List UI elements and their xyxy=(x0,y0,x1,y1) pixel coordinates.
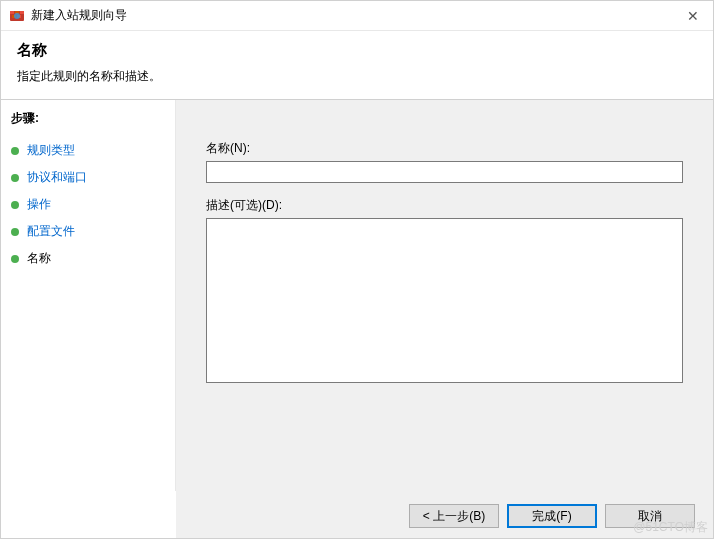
bullet-icon xyxy=(11,255,19,263)
steps-heading: 步骤: xyxy=(11,110,165,127)
name-label: 名称(N): xyxy=(206,140,683,157)
content-panel: 名称(N): 描述(可选)(D): xyxy=(176,100,713,491)
step-name[interactable]: 名称 xyxy=(11,245,165,272)
step-label: 操作 xyxy=(27,196,51,213)
description-input[interactable] xyxy=(206,218,683,383)
description-row: 描述(可选)(D): xyxy=(206,197,683,386)
bullet-icon xyxy=(11,174,19,182)
name-input[interactable] xyxy=(206,161,683,183)
main-area: 步骤: 规则类型 协议和端口 操作 配置文件 名称 名称(N): 描述(可选)(… xyxy=(1,99,713,491)
step-action[interactable]: 操作 xyxy=(11,191,165,218)
firewall-icon xyxy=(9,8,25,24)
window-title: 新建入站规则向导 xyxy=(31,7,127,24)
close-icon[interactable]: ✕ xyxy=(683,6,703,26)
finish-button[interactable]: 完成(F) xyxy=(507,504,597,528)
bullet-icon xyxy=(11,147,19,155)
svg-point-6 xyxy=(14,13,20,19)
step-protocol-port[interactable]: 协议和端口 xyxy=(11,164,165,191)
bullet-icon xyxy=(11,228,19,236)
step-rule-type[interactable]: 规则类型 xyxy=(11,137,165,164)
step-label: 规则类型 xyxy=(27,142,75,159)
page-title: 名称 xyxy=(17,41,697,60)
footer-spacer xyxy=(1,491,176,539)
back-button[interactable]: < 上一步(B) xyxy=(409,504,499,528)
footer-buttons: < 上一步(B) 完成(F) 取消 @51CTO博客 xyxy=(176,491,713,539)
bullet-icon xyxy=(11,201,19,209)
step-label: 名称 xyxy=(27,250,51,267)
svg-rect-3 xyxy=(20,11,24,14)
cancel-button[interactable]: 取消 xyxy=(605,504,695,528)
description-label: 描述(可选)(D): xyxy=(206,197,683,214)
step-label: 配置文件 xyxy=(27,223,75,240)
name-row: 名称(N): xyxy=(206,140,683,183)
wizard-header: 名称 指定此规则的名称和描述。 xyxy=(1,31,713,99)
page-description: 指定此规则的名称和描述。 xyxy=(17,68,697,85)
step-profile[interactable]: 配置文件 xyxy=(11,218,165,245)
footer: < 上一步(B) 完成(F) 取消 @51CTO博客 xyxy=(1,491,713,539)
svg-rect-1 xyxy=(10,11,14,14)
titlebar: 新建入站规则向导 ✕ xyxy=(1,1,713,31)
step-label: 协议和端口 xyxy=(27,169,87,186)
steps-sidebar: 步骤: 规则类型 协议和端口 操作 配置文件 名称 xyxy=(1,100,176,491)
